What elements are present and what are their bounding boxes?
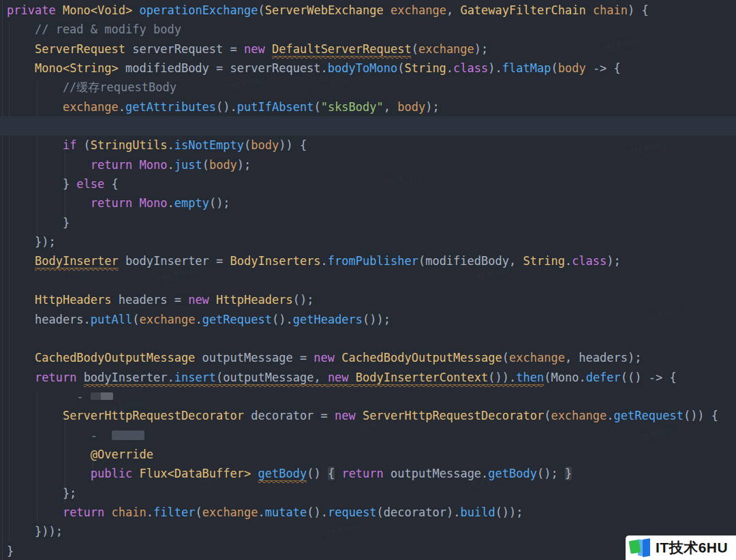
code-token: defer xyxy=(586,371,621,384)
code-token xyxy=(7,254,35,268)
code-line[interactable]: ServerHttpRequestDecorator decorator = n… xyxy=(7,406,736,425)
code-token: new xyxy=(313,351,335,364)
code-token xyxy=(356,409,363,422)
code-token: flatMap xyxy=(502,61,551,75)
code-token: Mono xyxy=(140,158,168,172)
code-line[interactable]: HttpHeaders headers = new HttpHeaders(); xyxy=(7,290,736,309)
code-line[interactable]: // read & modify body xyxy=(7,20,736,39)
code-token: build xyxy=(460,505,495,519)
code-editor[interactable]: private Mono<Void> operationExchange(Ser… xyxy=(0,0,736,560)
code-token: })); xyxy=(7,525,63,538)
code-token xyxy=(7,293,35,307)
code-token: ( xyxy=(202,158,209,172)
code-token: } xyxy=(7,544,14,558)
code-line[interactable]: - xyxy=(7,387,736,406)
code-token: ()). xyxy=(488,371,516,385)
code-line[interactable]: ServerRequest serverRequest = new Defaul… xyxy=(7,40,736,59)
code-token: putAll xyxy=(91,313,132,326)
code-token: BodyInserters xyxy=(230,254,321,268)
code-line[interactable]: @Override xyxy=(7,445,736,464)
code-token xyxy=(132,3,139,17)
code-token: . xyxy=(147,505,153,519)
code-token: // read & modify body xyxy=(7,22,181,36)
code-token: decorator = xyxy=(244,409,335,422)
code-token: (); xyxy=(537,467,565,480)
code-token xyxy=(7,505,63,519)
code-token: . xyxy=(167,138,174,152)
code-token: ) { xyxy=(628,3,649,17)
code-line[interactable]: - xyxy=(7,426,736,445)
code-token xyxy=(209,293,216,307)
code-token xyxy=(7,448,91,461)
code-token: HttpHeaders xyxy=(35,293,112,307)
code-line[interactable]: public Flux<DataBuffer> getBody() { retu… xyxy=(7,464,736,483)
code-token: exchange xyxy=(390,3,446,17)
code-line[interactable]: return Mono.just(body); xyxy=(7,155,736,174)
code-token: putIfAbsent xyxy=(237,100,314,114)
code-token: return xyxy=(63,505,104,519)
code-token: . xyxy=(565,254,572,268)
code-token: (modifiedBody, xyxy=(418,254,523,268)
code-token: . xyxy=(167,158,174,172)
code-token: headers. xyxy=(7,313,91,326)
code-token: new xyxy=(328,371,349,385)
code-line[interactable]: CachedBodyOutputMessage outputMessage = … xyxy=(7,348,736,367)
code-token: body xyxy=(397,100,425,114)
code-line[interactable]: if (StringUtils.isNotEmpty(body)) { xyxy=(7,136,736,155)
code-token: } xyxy=(565,467,572,480)
code-token: ServerHttpRequestDecorator xyxy=(63,409,244,422)
code-token: Mono xyxy=(140,196,168,210)
code-token: getBody xyxy=(258,467,307,481)
code-token xyxy=(7,196,91,210)
code-line[interactable]: } xyxy=(7,213,736,232)
code-token: } xyxy=(7,216,70,230)
code-token: @Override xyxy=(91,448,153,461)
code-token: getAttributes xyxy=(125,100,216,114)
code-token: class xyxy=(453,61,488,75)
code-token: ( xyxy=(544,409,551,422)
code-line[interactable]: return Mono.empty(); xyxy=(7,193,736,213)
code-token: exchange xyxy=(202,505,258,519)
code-line[interactable]: headers.putAll(exchange.getRequest().get… xyxy=(7,310,736,329)
code-line[interactable]: }; xyxy=(7,484,736,503)
code-token: exchange xyxy=(140,313,196,326)
code-token: ()); xyxy=(495,505,523,519)
code-line[interactable]: }); xyxy=(7,232,736,251)
code-token xyxy=(132,467,139,480)
code-token: }; xyxy=(7,486,76,500)
code-line[interactable] xyxy=(7,329,736,348)
code-token: ( xyxy=(244,138,251,152)
code-token xyxy=(76,371,83,384)
code-token: getRequest xyxy=(614,409,684,422)
code-token: }); xyxy=(7,235,56,249)
code-token xyxy=(7,351,35,364)
code-line[interactable]: //缓存requestBody xyxy=(7,78,736,97)
code-line[interactable]: exchange.getAttributes().putIfAbsent("sk… xyxy=(7,97,736,116)
code-token: body xyxy=(251,138,279,152)
code-token: return xyxy=(91,196,132,210)
code-token: bodyInserter = xyxy=(119,254,230,268)
code-token: BodyInserter xyxy=(35,254,119,268)
code-token xyxy=(586,3,593,17)
code-line-caret[interactable] xyxy=(0,116,736,136)
code-line[interactable] xyxy=(7,271,736,290)
code-token xyxy=(7,409,63,422)
code-line[interactable]: return chain.filter(exchange.mutate().re… xyxy=(7,503,736,522)
code-token: "sksBody" xyxy=(321,100,384,114)
code-token xyxy=(7,467,91,480)
code-line[interactable]: private Mono<Void> operationExchange(Ser… xyxy=(7,1,736,20)
code-token: ()) { xyxy=(684,409,718,422)
code-line[interactable]: } else { xyxy=(7,174,736,193)
code-token: exchange xyxy=(63,100,119,114)
editor-screen: IT技术6HU IT技术6HU IT技术6HU IT技术6HU IT技术6HU … xyxy=(0,0,736,560)
code-line[interactable]: return bodyInserter.insert(outputMessage… xyxy=(7,368,736,387)
code-token: ); xyxy=(474,42,488,56)
code-line[interactable]: Mono<String> modifiedBody = serverReques… xyxy=(7,59,736,78)
code-token: String xyxy=(523,254,564,268)
code-line[interactable]: BodyInserter bodyInserter = BodyInserter… xyxy=(7,251,736,270)
code-token: new xyxy=(335,409,356,422)
code-token: getBody xyxy=(488,467,537,480)
code-token xyxy=(132,158,139,172)
code-token: ( xyxy=(76,138,90,152)
code-token: (). xyxy=(272,313,293,326)
